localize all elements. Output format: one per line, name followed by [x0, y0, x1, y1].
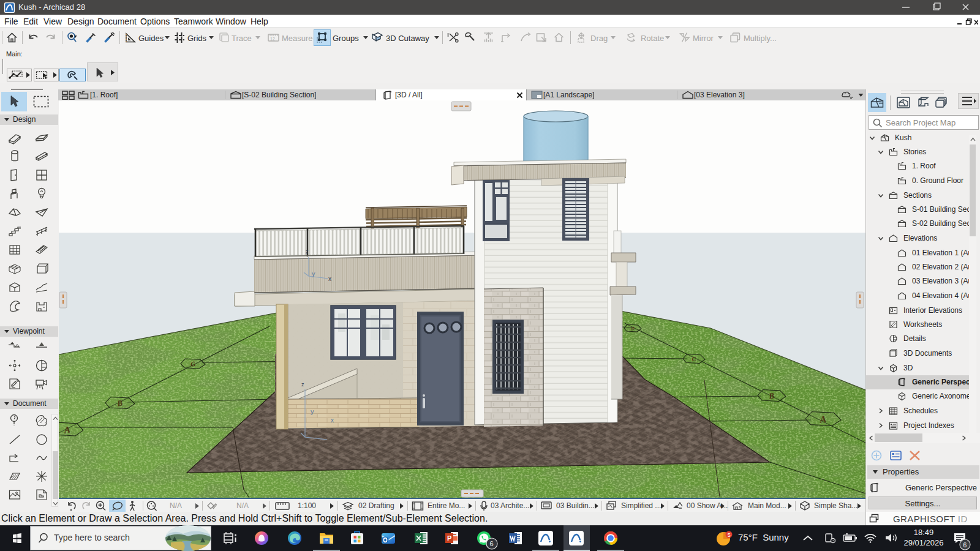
svg-text:y: y	[311, 408, 314, 415]
svg-text:12: 12	[270, 37, 275, 41]
svg-text:6: 6	[490, 540, 494, 547]
svg-text:x: x	[331, 417, 334, 424]
svg-text:z: z	[301, 381, 304, 388]
svg-text:5: 5	[728, 532, 731, 538]
svg-text:y: y	[312, 270, 315, 277]
svg-text:G: G	[190, 360, 196, 368]
svg-text:6: 6	[963, 541, 967, 549]
svg-text:z: z	[306, 249, 309, 255]
svg-text:P: P	[447, 534, 451, 542]
svg-text:A: A	[63, 424, 71, 435]
svg-text:x: x	[328, 276, 331, 282]
